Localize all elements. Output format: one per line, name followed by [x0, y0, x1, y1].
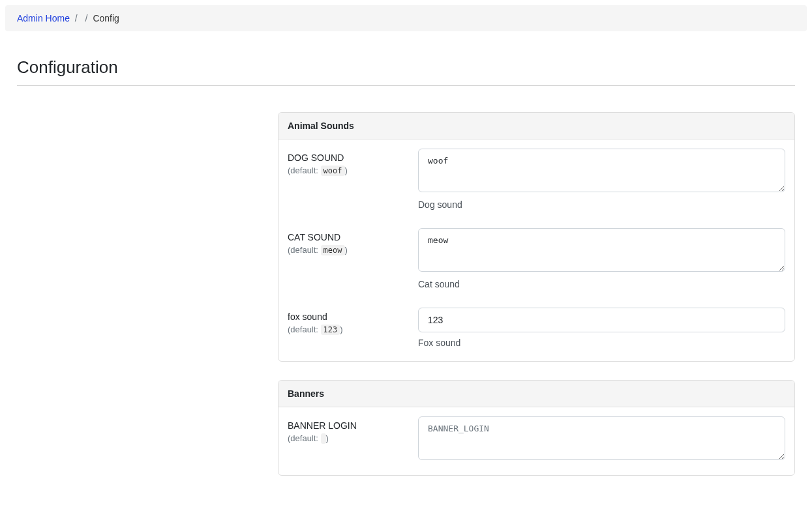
banner-login-input[interactable] [418, 416, 785, 460]
fox-sound-help: Fox sound [418, 338, 785, 348]
field-default-fox-sound: (default: 123) [288, 325, 418, 334]
field-banner-login: BANNER LOGIN (default: ) [288, 416, 785, 462]
breadcrumb-home-link[interactable]: Admin Home [17, 13, 70, 23]
breadcrumb-separator: / [75, 13, 78, 23]
field-label-dog-sound: DOG SOUND [288, 152, 418, 163]
field-fox-sound: fox sound (default: 123) Fox sound [288, 308, 785, 348]
dog-sound-input[interactable] [418, 149, 785, 192]
field-default-banner-login: (default: ) [288, 433, 418, 443]
panel-banners: Banners BANNER LOGIN (default: ) [278, 380, 795, 476]
cat-sound-help: Cat sound [418, 279, 785, 289]
cat-sound-input[interactable] [418, 228, 785, 272]
field-label-fox-sound: fox sound [288, 312, 418, 322]
field-cat-sound: CAT SOUND (default: meow) Cat sound [288, 228, 785, 289]
breadcrumb: Admin Home / / Config [5, 5, 807, 31]
field-dog-sound: DOG SOUND (default: woof) Dog sound [288, 149, 785, 210]
fox-sound-input[interactable] [418, 308, 785, 332]
title-divider [17, 85, 795, 86]
field-default-dog-sound: (default: woof) [288, 166, 418, 175]
panel-header-banners: Banners [278, 381, 794, 407]
field-label-banner-login: BANNER LOGIN [288, 420, 418, 431]
panel-animal-sounds: Animal Sounds DOG SOUND (default: woof) … [278, 112, 795, 362]
field-default-cat-sound: (default: meow) [288, 245, 418, 255]
dog-sound-help: Dog sound [418, 199, 785, 210]
panel-header-animal-sounds: Animal Sounds [278, 113, 794, 139]
breadcrumb-separator: / [85, 13, 88, 23]
breadcrumb-current: Config [93, 13, 119, 23]
page-title: Configuration [17, 57, 795, 78]
field-label-cat-sound: CAT SOUND [288, 232, 418, 242]
